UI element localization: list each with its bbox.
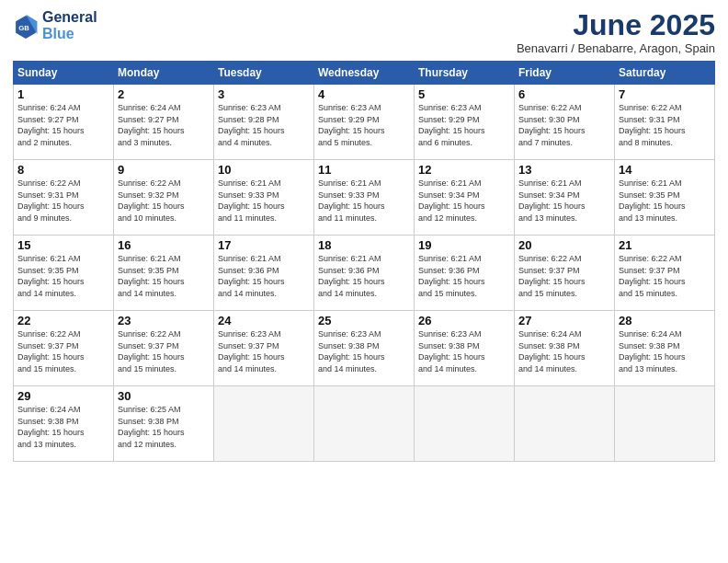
page: GB General Blue June 2025 Benavarri / Be… <box>0 0 728 563</box>
day-info: Sunrise: 6:21 AM Sunset: 9:34 PM Dayligh… <box>418 178 510 224</box>
calendar-cell: 7Sunrise: 6:22 AM Sunset: 9:31 PM Daylig… <box>615 85 715 160</box>
day-number: 22 <box>17 314 109 327</box>
day-info: Sunrise: 6:22 AM Sunset: 9:32 PM Dayligh… <box>118 178 210 224</box>
day-number: 12 <box>418 163 510 177</box>
day-number: 8 <box>17 163 109 177</box>
day-info: Sunrise: 6:21 AM Sunset: 9:35 PM Dayligh… <box>17 253 109 299</box>
day-info: Sunrise: 6:23 AM Sunset: 9:28 PM Dayligh… <box>218 102 310 148</box>
calendar-cell: 10Sunrise: 6:21 AM Sunset: 9:33 PM Dayli… <box>214 160 314 236</box>
day-number: 2 <box>118 87 210 101</box>
day-number: 13 <box>518 163 610 177</box>
day-info: Sunrise: 6:22 AM Sunset: 9:37 PM Dayligh… <box>518 253 610 299</box>
day-number: 10 <box>218 163 310 177</box>
day-number: 21 <box>619 238 711 252</box>
col-thursday: Thursday <box>415 62 515 85</box>
day-number: 17 <box>218 238 310 252</box>
calendar-cell: 14Sunrise: 6:21 AM Sunset: 9:35 PM Dayli… <box>615 160 715 236</box>
day-info: Sunrise: 6:25 AM Sunset: 9:38 PM Dayligh… <box>118 404 210 450</box>
day-number: 9 <box>118 163 210 177</box>
logo-text: General Blue <box>42 9 97 41</box>
day-number: 1 <box>17 87 109 101</box>
day-number: 3 <box>218 87 310 101</box>
logo: GB General Blue <box>13 9 97 41</box>
day-number: 28 <box>619 314 711 327</box>
calendar-cell: 17Sunrise: 6:21 AM Sunset: 9:36 PM Dayli… <box>214 236 314 311</box>
month-title: June 2025 <box>517 9 715 41</box>
calendar-cell: 12Sunrise: 6:21 AM Sunset: 9:34 PM Dayli… <box>415 160 515 236</box>
calendar-cell: 20Sunrise: 6:22 AM Sunset: 9:37 PM Dayli… <box>515 236 615 311</box>
day-number: 23 <box>118 314 210 327</box>
location: Benavarri / Benabarre, Aragon, Spain <box>517 41 715 55</box>
col-friday: Friday <box>515 62 615 85</box>
calendar-cell: 15Sunrise: 6:21 AM Sunset: 9:35 PM Dayli… <box>14 236 114 311</box>
calendar-cell: 2Sunrise: 6:24 AM Sunset: 9:27 PM Daylig… <box>114 85 214 160</box>
calendar-cell: 4Sunrise: 6:23 AM Sunset: 9:29 PM Daylig… <box>314 85 415 160</box>
calendar-cell: 27Sunrise: 6:24 AM Sunset: 9:38 PM Dayli… <box>515 311 615 386</box>
calendar-cell: 18Sunrise: 6:21 AM Sunset: 9:36 PM Dayli… <box>314 236 415 311</box>
calendar-cell: 5Sunrise: 6:23 AM Sunset: 9:29 PM Daylig… <box>415 85 515 160</box>
day-number: 30 <box>118 389 210 403</box>
col-sunday: Sunday <box>14 62 114 85</box>
day-info: Sunrise: 6:22 AM Sunset: 9:37 PM Dayligh… <box>619 253 711 299</box>
day-info: Sunrise: 6:24 AM Sunset: 9:27 PM Dayligh… <box>17 102 109 148</box>
day-info: Sunrise: 6:22 AM Sunset: 9:31 PM Dayligh… <box>619 102 711 148</box>
week-row-4: 22Sunrise: 6:22 AM Sunset: 9:37 PM Dayli… <box>14 311 715 386</box>
day-number: 25 <box>318 314 410 327</box>
day-info: Sunrise: 6:21 AM Sunset: 9:33 PM Dayligh… <box>218 178 310 224</box>
day-info: Sunrise: 6:23 AM Sunset: 9:29 PM Dayligh… <box>418 102 510 148</box>
calendar-cell: 30Sunrise: 6:25 AM Sunset: 9:38 PM Dayli… <box>114 386 214 462</box>
day-info: Sunrise: 6:21 AM Sunset: 9:36 PM Dayligh… <box>418 253 510 299</box>
day-info: Sunrise: 6:22 AM Sunset: 9:30 PM Dayligh… <box>518 102 610 148</box>
day-number: 5 <box>418 87 510 101</box>
calendar-cell: 8Sunrise: 6:22 AM Sunset: 9:31 PM Daylig… <box>14 160 114 236</box>
day-number: 4 <box>318 87 410 101</box>
day-info: Sunrise: 6:23 AM Sunset: 9:38 PM Dayligh… <box>318 328 410 374</box>
day-info: Sunrise: 6:22 AM Sunset: 9:31 PM Dayligh… <box>17 178 109 224</box>
col-wednesday: Wednesday <box>314 62 415 85</box>
calendar-cell: 29Sunrise: 6:24 AM Sunset: 9:38 PM Dayli… <box>14 386 114 462</box>
day-info: Sunrise: 6:21 AM Sunset: 9:33 PM Dayligh… <box>318 178 410 224</box>
day-number: 24 <box>218 314 310 327</box>
day-info: Sunrise: 6:24 AM Sunset: 9:38 PM Dayligh… <box>619 328 711 374</box>
day-info: Sunrise: 6:24 AM Sunset: 9:38 PM Dayligh… <box>17 404 109 450</box>
day-info: Sunrise: 6:21 AM Sunset: 9:34 PM Dayligh… <box>518 178 610 224</box>
day-number: 27 <box>518 314 610 327</box>
calendar-cell: 11Sunrise: 6:21 AM Sunset: 9:33 PM Dayli… <box>314 160 415 236</box>
week-row-1: 1Sunrise: 6:24 AM Sunset: 9:27 PM Daylig… <box>14 85 715 160</box>
calendar-cell: 13Sunrise: 6:21 AM Sunset: 9:34 PM Dayli… <box>515 160 615 236</box>
day-number: 18 <box>318 238 410 252</box>
title-block: June 2025 Benavarri / Benabarre, Aragon,… <box>517 9 715 55</box>
calendar-cell <box>214 386 314 462</box>
calendar-cell: 1Sunrise: 6:24 AM Sunset: 9:27 PM Daylig… <box>14 85 114 160</box>
day-info: Sunrise: 6:21 AM Sunset: 9:36 PM Dayligh… <box>218 253 310 299</box>
calendar-body: 1Sunrise: 6:24 AM Sunset: 9:27 PM Daylig… <box>14 85 715 462</box>
calendar-cell: 9Sunrise: 6:22 AM Sunset: 9:32 PM Daylig… <box>114 160 214 236</box>
day-info: Sunrise: 6:22 AM Sunset: 9:37 PM Dayligh… <box>118 328 210 374</box>
day-info: Sunrise: 6:24 AM Sunset: 9:38 PM Dayligh… <box>518 328 610 374</box>
day-number: 29 <box>17 389 109 403</box>
calendar-cell: 6Sunrise: 6:22 AM Sunset: 9:30 PM Daylig… <box>515 85 615 160</box>
calendar-cell: 24Sunrise: 6:23 AM Sunset: 9:37 PM Dayli… <box>214 311 314 386</box>
calendar-cell: 25Sunrise: 6:23 AM Sunset: 9:38 PM Dayli… <box>314 311 415 386</box>
calendar-cell <box>415 386 515 462</box>
calendar-cell: 26Sunrise: 6:23 AM Sunset: 9:38 PM Dayli… <box>415 311 515 386</box>
calendar-cell: 28Sunrise: 6:24 AM Sunset: 9:38 PM Dayli… <box>615 311 715 386</box>
col-tuesday: Tuesday <box>214 62 314 85</box>
day-number: 19 <box>418 238 510 252</box>
calendar-cell <box>515 386 615 462</box>
col-saturday: Saturday <box>615 62 715 85</box>
col-monday: Monday <box>114 62 214 85</box>
day-number: 7 <box>619 87 711 101</box>
week-row-2: 8Sunrise: 6:22 AM Sunset: 9:31 PM Daylig… <box>14 160 715 236</box>
calendar-table: Sunday Monday Tuesday Wednesday Thursday… <box>13 61 715 462</box>
day-info: Sunrise: 6:23 AM Sunset: 9:38 PM Dayligh… <box>418 328 510 374</box>
day-number: 26 <box>418 314 510 327</box>
day-info: Sunrise: 6:22 AM Sunset: 9:37 PM Dayligh… <box>17 328 109 374</box>
calendar-cell: 21Sunrise: 6:22 AM Sunset: 9:37 PM Dayli… <box>615 236 715 311</box>
day-number: 6 <box>518 87 610 101</box>
day-info: Sunrise: 6:24 AM Sunset: 9:27 PM Dayligh… <box>118 102 210 148</box>
day-info: Sunrise: 6:23 AM Sunset: 9:29 PM Dayligh… <box>318 102 410 148</box>
calendar-cell: 16Sunrise: 6:21 AM Sunset: 9:35 PM Dayli… <box>114 236 214 311</box>
day-number: 16 <box>118 238 210 252</box>
header-row: Sunday Monday Tuesday Wednesday Thursday… <box>14 62 715 85</box>
